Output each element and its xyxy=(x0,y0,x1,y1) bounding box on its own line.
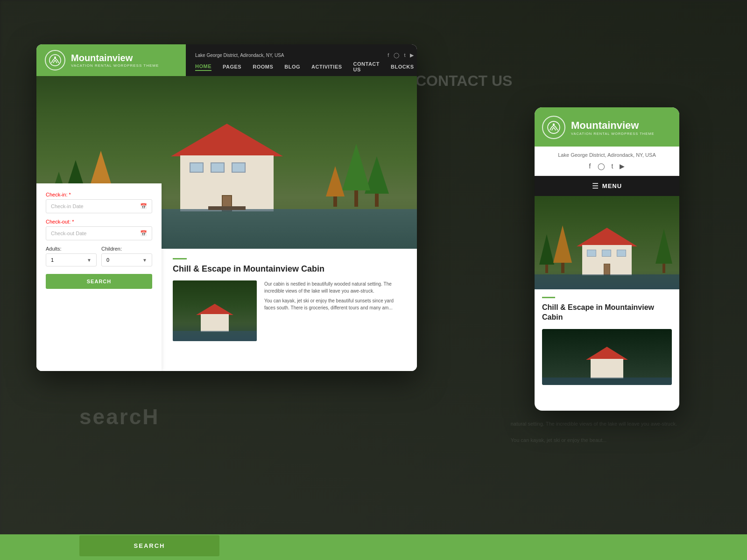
calendar-icon-checkout: 📅 xyxy=(140,230,147,237)
nav-activities[interactable]: ACTIVITIES xyxy=(311,64,342,70)
desktop-header: Mountainview VACATION RENTAL WORDPRESS T… xyxy=(36,44,417,76)
checkin-input[interactable]: Check-in Date 📅 xyxy=(46,199,152,213)
mobile-house-body xyxy=(582,245,632,275)
mobile-address: Lake George District, Adirondack, NY, US… xyxy=(542,152,672,158)
desktop-logo-tagline: VACATION RENTAL WORDPRESS THEME xyxy=(71,63,159,68)
background-search-text: searcH xyxy=(79,404,159,429)
content-accent-bar xyxy=(173,258,187,259)
adults-col: Adults: 1 ▼ xyxy=(46,246,97,266)
desktop-nav-section: Lake George District, Adirondack, NY, US… xyxy=(186,44,417,76)
facebook-icon[interactable]: f xyxy=(388,52,389,58)
content-house-roof xyxy=(196,304,233,315)
hero-house xyxy=(171,127,283,211)
mobile-header-green: Mountainview VACATION RENTAL WORDPRESS T… xyxy=(535,107,679,147)
mobile-house-roof xyxy=(577,228,637,246)
mobile-tree-3 xyxy=(655,229,672,273)
mobile-content-house-body xyxy=(591,359,623,378)
content-house-body xyxy=(201,314,229,332)
mobile-social-icons: f ◯ t ▶ xyxy=(542,162,672,170)
checkout-input[interactable]: Check-out Date 📅 xyxy=(46,226,152,240)
mobile-menu-label: MENU xyxy=(602,182,622,189)
mobile-facebook-icon[interactable]: f xyxy=(589,162,591,170)
desktop-address: Lake George District, Adirondack, NY, US… xyxy=(195,53,284,58)
content-description: Our cabin is nestled in beautifully wood… xyxy=(264,280,406,341)
calendar-icon-checkin: 📅 xyxy=(140,203,147,210)
content-cabin-image xyxy=(173,280,257,341)
checkout-field: Check-out: * Check-out Date 📅 xyxy=(46,219,152,240)
checkin-field: Check-in: * Check-in Date 📅 xyxy=(46,192,152,213)
mobile-tree-1 xyxy=(539,234,554,273)
adults-chevron: ▼ xyxy=(87,258,92,263)
logo-icon xyxy=(45,50,65,70)
mobile-hero-water xyxy=(535,274,679,289)
mobile-logo-icon xyxy=(542,116,565,139)
mobile-logo-tagline: VACATION RENTAL WORDPRESS THEME xyxy=(571,132,655,136)
nav-home[interactable]: HOME xyxy=(195,63,211,71)
mobile-info-section: Lake George District, Adirondack, NY, US… xyxy=(535,147,679,176)
mobile-tree-2 xyxy=(553,225,572,273)
mobile-logo-name: Mountainview xyxy=(571,119,655,132)
mobile-nav-bar[interactable]: ☰ MENU xyxy=(535,176,679,196)
mobile-content-house-roof xyxy=(586,347,628,360)
desktop-mockup: Mountainview VACATION RENTAL WORDPRESS T… xyxy=(36,44,417,371)
mobile-twitter-icon[interactable]: t xyxy=(612,162,613,170)
background-contact-text: CONTACT US xyxy=(416,72,512,90)
background-faint-content: natural setting. The incredible views of… xyxy=(511,420,677,445)
mobile-content-section: Chill & Escape in Mountainview Cabin xyxy=(535,289,679,392)
adults-label: Adults: xyxy=(46,246,97,252)
content-para-1: Our cabin is nestled in beautifully wood… xyxy=(264,280,406,294)
children-chevron: ▼ xyxy=(142,258,147,263)
youtube-icon[interactable]: ▶ xyxy=(410,52,414,58)
search-button[interactable]: SEARCH xyxy=(46,274,152,289)
booking-widget: Check-in: * Check-in Date 📅 Check-out: *… xyxy=(36,183,162,371)
house-roof xyxy=(171,124,283,156)
content-para-2: You can kayak, jet ski or enjoy the beau… xyxy=(264,297,406,311)
checkin-label: Check-in: * xyxy=(46,192,152,197)
desktop-logo-section: Mountainview VACATION RENTAL WORDPRESS T… xyxy=(36,44,186,76)
mobile-hero-house xyxy=(577,229,637,275)
mobile-content-img-water xyxy=(542,378,672,385)
hamburger-icon: ☰ xyxy=(592,182,599,190)
nav-blog[interactable]: BLOG xyxy=(284,64,300,70)
hero-bridge xyxy=(208,206,246,210)
mobile-youtube-icon[interactable]: ▶ xyxy=(620,162,625,170)
children-col: Children: 0 ▼ xyxy=(101,246,152,266)
instagram-icon[interactable]: ◯ xyxy=(394,52,399,58)
adults-value: 1 xyxy=(51,257,54,263)
checkout-label: Check-out: * xyxy=(46,219,152,224)
desktop-logo-text: Mountainview VACATION RENTAL WORDPRESS T… xyxy=(71,53,159,68)
twitter-icon[interactable]: t xyxy=(404,52,405,58)
desktop-logo-name: Mountainview xyxy=(71,53,159,63)
desktop-social-icons: f ◯ t ▶ xyxy=(388,52,414,58)
nav-pages[interactable]: PAGES xyxy=(223,64,241,70)
children-select[interactable]: 0 ▼ xyxy=(101,253,152,266)
mobile-content-cabin-image xyxy=(542,329,672,385)
mobile-hero-image xyxy=(535,196,679,289)
checkin-placeholder: Check-in Date xyxy=(51,203,84,209)
tree-6 xyxy=(326,166,345,207)
mobile-logo-text: Mountainview VACATION RENTAL WORDPRESS T… xyxy=(571,119,655,136)
desktop-content-area: Check-in: * Check-in Date 📅 Check-out: *… xyxy=(36,249,417,371)
desktop-main-content: Chill & Escape in Mountainview Cabin Our… xyxy=(162,249,417,371)
desktop-contact-info: Lake George District, Adirondack, NY, US… xyxy=(186,49,417,58)
mobile-instagram-icon[interactable]: ◯ xyxy=(598,162,605,170)
svg-point-1 xyxy=(54,56,56,58)
mobile-content-accent-bar xyxy=(542,297,555,298)
mobile-content-img-house xyxy=(586,346,628,378)
background-search-button: SEARCH xyxy=(79,535,219,556)
nav-contact-us[interactable]: CONTACT US xyxy=(353,61,380,73)
desktop-nav-menu: HOME PAGES ROOMS BLOG ACTIVITIES CONTACT… xyxy=(186,58,417,76)
children-label: Children: xyxy=(101,246,152,252)
content-img-water xyxy=(173,331,257,341)
svg-point-3 xyxy=(553,123,555,125)
adults-select[interactable]: 1 ▼ xyxy=(46,253,97,266)
checkout-placeholder: Check-out Date xyxy=(51,231,86,236)
guests-row: Adults: 1 ▼ Children: 0 ▼ xyxy=(46,246,152,266)
children-value: 0 xyxy=(106,257,109,263)
house-body xyxy=(180,155,274,211)
background-search-label: SEARCH xyxy=(134,542,165,549)
nav-rooms[interactable]: ROOMS xyxy=(253,64,273,70)
nav-blocks[interactable]: BLOCKS xyxy=(391,64,414,70)
content-body-area: Our cabin is nestled in beautifully wood… xyxy=(173,280,406,341)
mobile-mockup: Mountainview VACATION RENTAL WORDPRESS T… xyxy=(535,107,679,411)
